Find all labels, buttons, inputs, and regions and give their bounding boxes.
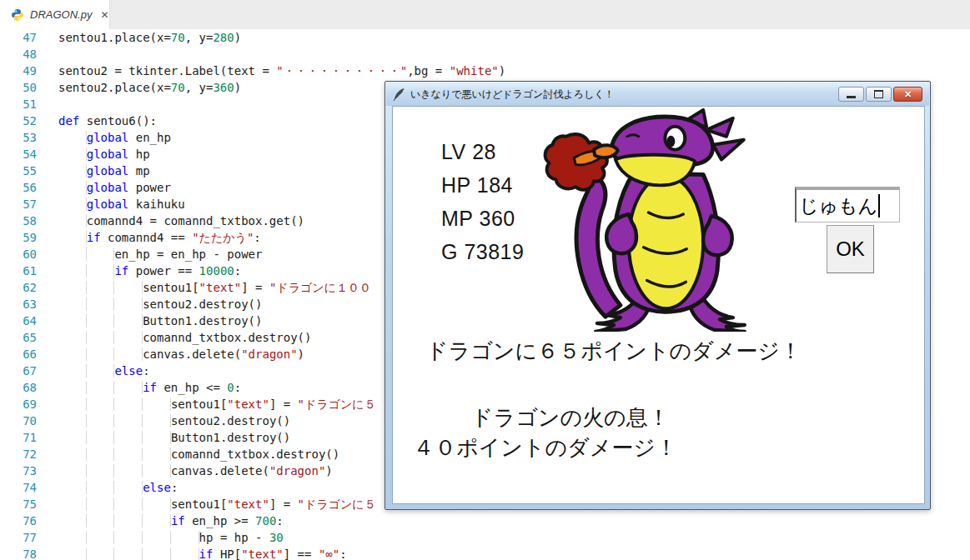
line-number: 76 [0, 512, 37, 529]
game-window: いきなりで悪いけどドラゴン討伐よろしく！ ✕ LV 28 HP 184 MP 3… [384, 81, 931, 510]
line-number: 62 [0, 279, 37, 296]
code-text: comannd_txtbox.destroy() [58, 329, 311, 346]
line-number: 68 [0, 379, 37, 396]
line-number: 48 [0, 46, 37, 62]
game-canvas: LV 28 HP 184 MP 360 G 73819 [392, 106, 925, 504]
line-number: 53 [0, 129, 37, 146]
code-text: if HP["text"] == "∞": [58, 546, 347, 560]
line-number: 69 [0, 396, 37, 412]
line-number: 74 [0, 479, 37, 496]
code-line[interactable]: 48 [0, 46, 970, 62]
line-number: 49 [0, 62, 37, 79]
line-number: 73 [0, 462, 37, 479]
code-text: sentou1.place(x=70, y=280) [58, 29, 241, 46]
code-text: Button1.destroy() [58, 312, 262, 329]
editor-tab-bar: DRAGON.py ✕ [0, 0, 970, 29]
minimize-icon [847, 96, 856, 98]
battle-message-fire: ドラゴンの火の息！ [471, 403, 670, 432]
stat-lv: LV 28 [441, 135, 524, 168]
line-number: 78 [0, 546, 37, 560]
code-text: en_hp = en_hp - power [58, 246, 262, 262]
stat-gold: G 73819 [441, 235, 524, 268]
code-text: sentou2.place(x=70, y=360) [58, 79, 241, 96]
maximize-button[interactable] [866, 87, 892, 102]
battle-message-damage: ドラゴンに６５ポイントのダメージ！ [426, 337, 802, 366]
stat-hp: HP 184 [441, 168, 524, 202]
code-line[interactable]: 78 if HP["text"] == "∞": [0, 546, 970, 560]
line-number: 72 [0, 446, 37, 462]
code-line[interactable]: 47sentou1.place(x=70, y=280) [0, 29, 970, 46]
spell-input-value: じゅもん [799, 193, 877, 219]
code-text: if comannd4 == "たたかう": [58, 229, 261, 246]
code-text: global hp [58, 146, 150, 162]
code-text: def sentou6(): [58, 112, 157, 129]
code-text: sentou2.destroy() [58, 296, 262, 312]
ok-button[interactable]: OK [827, 225, 874, 273]
code-text: global en_hp [58, 129, 171, 146]
tab-close-icon[interactable]: ✕ [100, 10, 108, 20]
tab-filename: DRAGON.py [30, 8, 92, 21]
screen: DRAGON.py ✕ 47sentou1.place(x=70, y=280)… [0, 0, 970, 560]
line-number: 61 [0, 262, 37, 279]
line-number: 57 [0, 196, 37, 212]
line-number: 64 [0, 312, 37, 329]
code-text: sentou1["text"] = "ドラゴンに５ [58, 396, 376, 412]
line-number: 59 [0, 229, 37, 246]
caption-buttons: ✕ [837, 87, 922, 102]
window-title: いきなりで悪いけどドラゴン討伐よろしく！ [410, 88, 837, 102]
player-stats: LV 28 HP 184 MP 360 G 73819 [441, 135, 524, 268]
line-number: 54 [0, 146, 37, 162]
text-cursor [878, 194, 880, 218]
code-line[interactable]: 76 if en_hp >= 700: [0, 512, 970, 529]
code-text: if power == 10000: [58, 262, 241, 279]
close-icon: ✕ [904, 90, 912, 99]
code-text: else: [58, 362, 150, 379]
code-text: if en_hp >= 700: [58, 512, 284, 529]
tk-feather-icon [393, 88, 405, 102]
line-number: 63 [0, 296, 37, 312]
stat-mp: MP 360 [441, 202, 524, 235]
line-number: 51 [0, 96, 37, 112]
code-text: sentou2 = tkinter.Label(text = "・・・・・・・・… [58, 62, 505, 79]
code-text: comannd_txtbox.destroy() [58, 446, 339, 462]
code-text: if en_hp <= 0: [58, 379, 241, 396]
line-number: 50 [0, 79, 37, 96]
line-number: 71 [0, 429, 37, 446]
code-line[interactable]: 49sentou2 = tkinter.Label(text = "・・・・・・… [0, 62, 970, 79]
code-text: hp = hp - 30 [58, 529, 284, 546]
code-text: Button1.destroy() [58, 429, 290, 446]
line-number: 60 [0, 246, 37, 262]
line-number: 58 [0, 212, 37, 229]
close-button[interactable]: ✕ [893, 87, 922, 102]
line-number: 47 [0, 29, 37, 46]
code-text: sentou2.destroy() [58, 412, 290, 429]
code-line[interactable]: 77 hp = hp - 30 [0, 529, 970, 546]
line-number: 70 [0, 412, 37, 429]
line-number: 66 [0, 346, 37, 362]
code-text: canvas.delete("dragon") [58, 462, 333, 479]
line-number: 75 [0, 496, 37, 512]
line-number: 77 [0, 529, 37, 546]
line-number: 52 [0, 112, 37, 129]
code-text: sentou1["text"] = "ドラゴンに５ [58, 496, 376, 512]
code-text: global mp [58, 162, 150, 179]
line-number: 65 [0, 329, 37, 346]
line-number: 67 [0, 362, 37, 379]
code-text: canvas.delete("dragon") [58, 346, 304, 362]
line-number: 56 [0, 179, 37, 196]
battle-message-fire-damage: ４０ポイントのダメージ！ [413, 433, 677, 462]
code-text: sentou1["text"] = "ドラゴンに１００ [58, 279, 371, 296]
spell-input[interactable]: じゅもん [795, 187, 900, 222]
tab-dragon-py[interactable]: DRAGON.py ✕ [0, 0, 110, 29]
code-text: comannd4 = comannd_txtbox.get() [58, 212, 304, 229]
maximize-icon [874, 90, 883, 98]
minimize-button[interactable] [838, 87, 864, 102]
dragon-image [539, 108, 779, 332]
code-text: else: [58, 479, 178, 496]
python-file-icon [11, 8, 24, 22]
title-bar[interactable]: いきなりで悪いけどドラゴン討伐よろしく！ ✕ [386, 82, 929, 106]
line-number: 55 [0, 162, 37, 179]
code-text: global power [58, 179, 171, 196]
code-text: global kaihuku [58, 196, 185, 212]
